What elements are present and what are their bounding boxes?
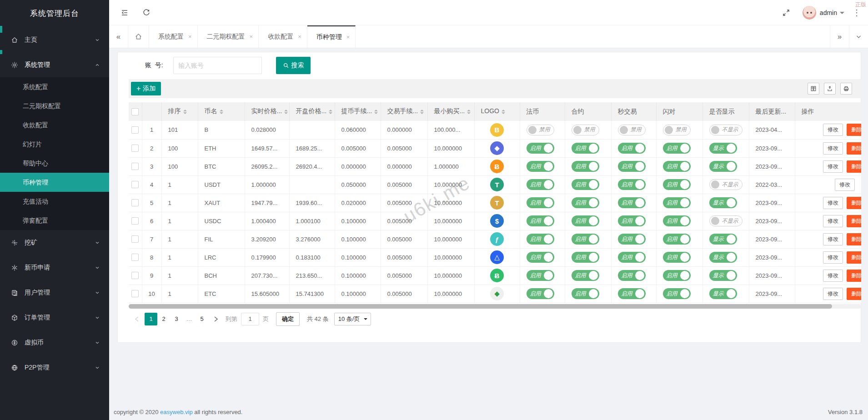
sidebar-item-system[interactable]: 系统管理 [0,52,109,77]
toggle-fiat[interactable]: 启用 [527,179,554,190]
sort-icon[interactable] [374,108,378,116]
confirm-button[interactable]: 确定 [276,312,300,326]
edit-button[interactable]: 修改 [823,160,843,173]
toggle-contract[interactable]: 启用 [572,143,599,154]
toggle-flash-exchange[interactable]: 启用 [663,288,691,299]
toggle-flash-exchange[interactable]: 启用 [663,234,691,245]
toggle-visible[interactable]: 显示 [709,234,737,245]
row-checkbox[interactable] [131,290,139,297]
edit-button[interactable]: 修改 [823,233,843,245]
toggle-seconds-trade[interactable]: 启用 [618,197,646,208]
next-page-button[interactable] [210,313,222,325]
row-checkbox[interactable] [131,199,139,206]
user-menu[interactable]: admin [820,9,837,16]
row-checkbox[interactable] [131,163,139,170]
edit-button[interactable]: 修改 [823,124,843,136]
sidebar-item-orders[interactable]: 订单管理 [0,305,109,330]
toggle-contract[interactable]: 启用 [572,252,599,263]
toggle-contract[interactable]: 禁用 [572,125,599,135]
close-icon[interactable]: × [346,34,350,40]
export-button[interactable] [824,83,836,95]
sidebar-subitem-binary-option-config[interactable]: 二元期权配置 [0,96,109,115]
toggle-flash-exchange[interactable]: 启用 [663,179,691,190]
sidebar-item-users[interactable]: 用户管理 [0,280,109,305]
goto-page-input[interactable] [241,313,259,325]
account-input[interactable] [173,57,262,74]
row-checkbox[interactable] [131,126,139,134]
toggle-contract[interactable]: 启用 [572,179,599,190]
search-button[interactable]: 搜索 [276,57,311,74]
toggle-flash-exchange[interactable]: 启用 [663,143,691,154]
toggle-seconds-trade[interactable]: 启用 [618,252,646,263]
row-checkbox[interactable] [131,235,139,243]
delete-button[interactable]: 删除 [847,160,861,173]
toggle-seconds-trade[interactable]: 启用 [618,215,646,226]
page-button[interactable]: 2 [157,313,170,325]
toggle-seconds-trade[interactable]: 启用 [618,161,646,172]
toggle-seconds-trade[interactable]: 启用 [618,179,646,190]
page-button[interactable]: 1 [145,313,157,325]
collapse-menu-icon[interactable] [120,8,129,17]
tab-coin-management[interactable]: 币种管理× [307,25,356,48]
sidebar-subitem-help-center[interactable]: 帮助中心 [0,154,109,173]
edit-button[interactable]: 修改 [835,179,855,191]
tabs-menu-button[interactable] [849,25,868,48]
delete-button[interactable]: 删除 [847,142,861,155]
close-icon[interactable]: × [250,33,253,40]
tab-payment-config[interactable]: 收款配置× [259,25,307,48]
edit-button[interactable]: 修改 [823,142,843,155]
toggle-visible[interactable]: 不显示 [709,179,743,190]
toggle-contract[interactable]: 启用 [572,215,599,226]
toggle-fiat[interactable]: 启用 [527,234,554,245]
sort-icon[interactable] [329,108,332,116]
tabs-scroll-left-button[interactable]: « [109,25,128,48]
print-button[interactable] [840,83,852,95]
per-page-select[interactable]: 10 条/页 [334,313,371,325]
prev-page-button[interactable] [131,313,143,325]
toggle-visible[interactable]: 显示 [709,288,737,299]
delete-button[interactable]: 删除 [847,197,861,209]
select-all-checkbox[interactable] [131,108,139,115]
row-checkbox[interactable] [131,254,139,261]
sidebar-item-new-coin[interactable]: 新币申请 [0,255,109,280]
fullscreen-icon[interactable] [782,8,791,17]
toggle-visible[interactable]: 不显示 [709,125,743,135]
sidebar-subitem-system-config[interactable]: 系统配置 [0,77,109,96]
toggle-contract[interactable]: 启用 [572,288,599,299]
sort-icon[interactable] [420,108,424,116]
toggle-fiat[interactable]: 启用 [527,288,554,299]
sort-icon[interactable] [284,108,288,116]
delete-button[interactable]: 删除 [847,251,861,264]
refresh-icon[interactable] [142,8,151,17]
toggle-visible[interactable]: 显示 [709,252,737,263]
close-icon[interactable]: × [298,33,301,40]
avatar[interactable] [803,6,816,20]
sidebar-subitem-payment-config[interactable]: 收款配置 [0,115,109,135]
add-button[interactable]: + 添加 [131,82,161,95]
sort-icon[interactable] [183,108,187,116]
edit-button[interactable]: 修改 [823,251,843,264]
edit-button[interactable]: 修改 [823,215,843,227]
close-icon[interactable]: × [188,33,192,40]
row-checkbox[interactable] [131,217,139,225]
sidebar-item-home[interactable]: 主页 [0,27,109,52]
sidebar-item-virtual-coin[interactable]: 虚拟币 [0,330,109,355]
sidebar-subitem-recharge-activity[interactable]: 充值活动 [0,192,109,211]
toggle-flash-exchange[interactable]: 启用 [663,270,691,281]
toggle-visible[interactable]: 显示 [709,143,737,154]
sidebar-item-mining[interactable]: 挖矿 [0,230,109,255]
kebab-menu-icon[interactable]: ⋮ [853,9,861,17]
toggle-flash-exchange[interactable]: 禁用 [663,125,691,135]
toggle-visible[interactable]: 不显示 [709,215,743,226]
delete-button[interactable]: 删除 [847,270,861,282]
toggle-visible[interactable]: 显示 [709,161,737,172]
sidebar-subitem-popup-config[interactable]: 弹窗配置 [0,211,109,230]
footer-link[interactable]: easyweb.vip [160,409,193,415]
tab-home[interactable] [128,25,149,48]
sort-icon[interactable] [502,108,505,116]
toggle-seconds-trade[interactable]: 启用 [618,143,646,154]
toggle-fiat[interactable]: 启用 [527,161,554,172]
tab-system-config[interactable]: 系统配置× [149,25,198,48]
toggle-seconds-trade[interactable]: 启用 [618,288,646,299]
scrollbar-thumb[interactable] [129,304,832,309]
